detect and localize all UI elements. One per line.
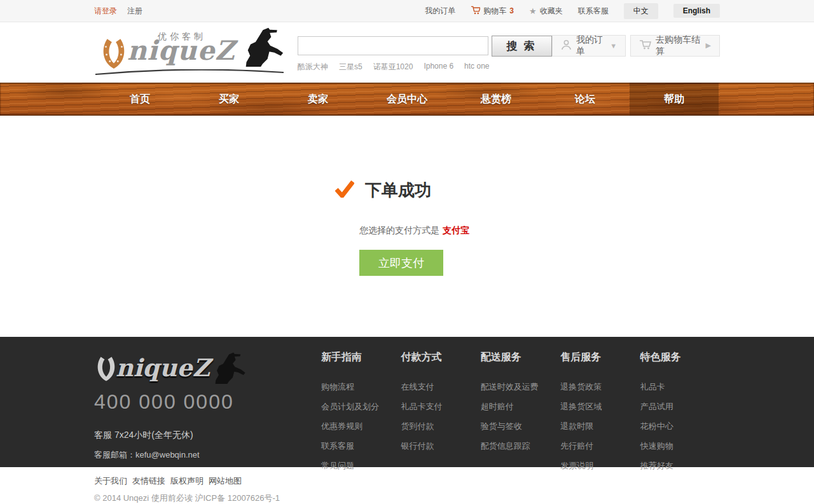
- cart-outline-icon: [639, 39, 651, 51]
- main-nav: 首页买家卖家会员中心悬赏榜论坛帮助: [0, 83, 814, 116]
- favorites-label: 收藏夹: [540, 6, 563, 17]
- hot-keywords: 酷派大神三星s5诺基亚1020Iphone 6htc one: [298, 62, 552, 72]
- cart-link[interactable]: 购物车 3: [471, 6, 514, 17]
- cart-label: 购物车: [483, 6, 506, 17]
- pay-now-button[interactable]: 立即支付: [359, 250, 443, 276]
- footer-link-payment-methods-2[interactable]: 货到付款: [401, 421, 480, 432]
- bottom-link-0[interactable]: 关于我们: [94, 475, 127, 487]
- topbar: 请登录 注册 我的订单 购物车 3 ★ 收藏夹 联系客服 中文 English: [0, 0, 814, 22]
- user-icon: [561, 39, 572, 52]
- favorites-link[interactable]: ★ 收藏夹: [529, 6, 563, 17]
- cart-icon: [471, 6, 480, 17]
- footer-link-beginner-guide-3[interactable]: 联系客服: [321, 440, 401, 452]
- service-hours: 客服 7x24小时(全年无休): [94, 430, 321, 441]
- footer-column-delivery-service: 配送服务配送时效及运费超时赔付验货与签收配货信息跟踪: [481, 351, 560, 480]
- bottom-link-1[interactable]: 友情链接: [132, 475, 165, 487]
- header-my-orders-label: 我的订单: [576, 34, 605, 57]
- page-title: 下单成功: [365, 179, 431, 201]
- footer-column-title-payment-methods: 付款方式: [401, 351, 480, 364]
- contact-service-label: 联系客服: [578, 6, 609, 17]
- site-logo[interactable]: 优你客制 niqueZ: [94, 27, 286, 78]
- footer-link-featured-service-2[interactable]: 花粉中心: [640, 421, 720, 432]
- footer-link-after-sales-4[interactable]: 发票说明: [560, 460, 640, 472]
- nav-item-help[interactable]: 帮助: [630, 83, 719, 116]
- cowboy-icon: [239, 27, 285, 69]
- header-my-orders-button[interactable]: 我的订单 ▼: [552, 35, 626, 57]
- footer-link-payment-methods-3[interactable]: 银行付款: [401, 440, 480, 452]
- footer-link-beginner-guide-2[interactable]: 优惠券规则: [321, 421, 401, 432]
- footer-link-delivery-service-1[interactable]: 超时赔付: [481, 401, 560, 412]
- login-link[interactable]: 请登录: [94, 6, 117, 17]
- service-phone: 400 000 0000: [94, 390, 321, 414]
- bottom-link-2[interactable]: 版权声明: [170, 475, 204, 487]
- footer-link-after-sales-2[interactable]: 退款时限: [560, 421, 640, 432]
- star-icon: ★: [529, 6, 537, 16]
- footer-link-beginner-guide-4[interactable]: 常见问题: [321, 460, 401, 472]
- nav-item-buyer[interactable]: 买家: [184, 83, 273, 116]
- footer-column-after-sales: 售后服务退换货政策退换货区域退款时限先行赔付发票说明: [560, 351, 640, 480]
- lang-en-button[interactable]: English: [673, 4, 720, 18]
- go-to-cart-label: 去购物车结算: [656, 34, 701, 57]
- contact-service-link[interactable]: 联系客服: [578, 6, 609, 17]
- chevron-down-icon: ▼: [610, 42, 617, 50]
- footer-link-featured-service-1[interactable]: 产品试用: [640, 401, 720, 412]
- nav-item-forum[interactable]: 论坛: [541, 83, 630, 116]
- footer-column-title-delivery-service: 配送服务: [481, 351, 560, 364]
- footer-link-after-sales-0[interactable]: 退换货政策: [560, 381, 640, 393]
- footer-link-featured-service-4[interactable]: 推荐好友: [640, 460, 720, 472]
- search-input[interactable]: [298, 36, 488, 55]
- footer-horseshoe-icon: [95, 355, 117, 385]
- footer-link-featured-service-0[interactable]: 礼品卡: [640, 381, 720, 393]
- nav-item-member-center[interactable]: 会员中心: [362, 83, 452, 116]
- footer-link-payment-methods-1[interactable]: 礼品卡支付: [401, 401, 480, 412]
- nav-item-home[interactable]: 首页: [95, 83, 184, 116]
- logo-swoosh: [94, 67, 285, 78]
- nav-item-seller[interactable]: 卖家: [273, 83, 362, 116]
- hot-keyword-link-4[interactable]: htc one: [464, 62, 489, 72]
- footer-column-featured-service: 特色服务礼品卡产品试用花粉中心快速购物推荐好友: [640, 351, 720, 480]
- cart-count-badge: 3: [509, 6, 514, 15]
- lang-zh-button[interactable]: 中文: [624, 3, 658, 19]
- footer-column-title-beginner-guide: 新手指南: [321, 351, 401, 364]
- site-header: 优你客制 niqueZ 搜索 酷派大神三星s5诺基亚1020Iphone 6ht…: [0, 22, 814, 83]
- service-email-link[interactable]: kefu@webqin.net: [135, 450, 200, 460]
- footer-link-after-sales-3[interactable]: 先行赔付: [560, 440, 640, 452]
- footer-column-payment-methods: 付款方式在线支付礼品卡支付货到付款银行付款: [401, 351, 480, 480]
- hot-keyword-link-0[interactable]: 酷派大神: [298, 62, 328, 72]
- footer-link-beginner-guide-0[interactable]: 购物流程: [321, 381, 401, 393]
- service-email-label: 客服邮箱：: [94, 450, 135, 460]
- footer-link-delivery-service-3[interactable]: 配货信息跟踪: [481, 440, 560, 452]
- my-orders-label: 我的订单: [425, 6, 455, 17]
- footer-logo-wordmark: niqueZ: [116, 353, 210, 382]
- footer-column-title-featured-service: 特色服务: [640, 351, 720, 364]
- copyright-text: © 2014 Unqezi 使用前必读 沪ICP备 12007626号-1: [94, 493, 720, 504]
- payment-info: 您选择的支付方式是支付宝: [359, 225, 720, 236]
- hot-keyword-link-1[interactable]: 三星s5: [339, 62, 362, 72]
- logo-wordmark: niqueZ: [127, 35, 235, 66]
- hot-keyword-link-3[interactable]: Iphone 6: [424, 62, 453, 72]
- payment-method: 支付宝: [443, 225, 469, 235]
- footer-link-delivery-service-0[interactable]: 配送时效及运费: [481, 381, 560, 393]
- register-link[interactable]: 注册: [127, 6, 142, 17]
- search-button[interactable]: 搜索: [492, 36, 552, 57]
- chevron-right-icon: ▶: [706, 41, 711, 50]
- check-icon: [335, 180, 354, 200]
- footer-link-after-sales-1[interactable]: 退换货区域: [560, 401, 640, 412]
- footer-link-beginner-guide-1[interactable]: 会员计划及划分: [321, 401, 401, 412]
- site-footer: niqueZ 400 000 0000 客服 7x24小时(全年无休) 客服邮箱…: [0, 337, 814, 467]
- footer-link-delivery-service-2[interactable]: 验货与签收: [481, 421, 560, 432]
- hot-keyword-link-2[interactable]: 诺基亚1020: [373, 62, 413, 72]
- go-to-cart-button[interactable]: 去购物车结算 ▶: [630, 35, 720, 57]
- my-orders-link[interactable]: 我的订单: [425, 6, 455, 17]
- footer-link-featured-service-3[interactable]: 快速购物: [640, 440, 720, 452]
- payment-prefix: 您选择的支付方式是: [359, 225, 439, 235]
- footer-cowboy-icon: [210, 352, 247, 386]
- footer-link-payment-methods-0[interactable]: 在线支付: [401, 381, 480, 393]
- footer-logo: niqueZ: [94, 348, 253, 386]
- nav-item-bounty-list[interactable]: 悬赏榜: [452, 83, 541, 116]
- footer-column-title-after-sales: 售后服务: [560, 351, 640, 364]
- service-email-line: 客服邮箱：kefu@webqin.net: [94, 449, 321, 461]
- bottom-link-3[interactable]: 网站地图: [209, 475, 242, 487]
- bottom-links: 关于我们友情链接版权声明网站地图: [94, 475, 720, 487]
- search-area: 搜索 酷派大神三星s5诺基亚1020Iphone 6htc one: [298, 33, 552, 72]
